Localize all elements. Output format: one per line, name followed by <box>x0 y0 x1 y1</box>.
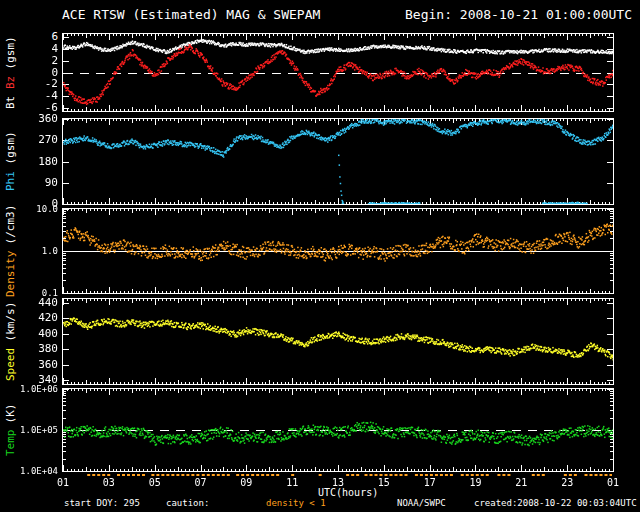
panel-phi: Phi (gsm) <box>0 118 640 205</box>
y-tick-label: 1.0E+04 <box>0 465 58 477</box>
panel-bt-bz: Bt Bz (gsm) <box>0 33 640 112</box>
temp-plot-canvas <box>62 388 614 472</box>
caution-value: density < 1 <box>266 498 326 508</box>
start-doy-text: start DOY: 295 <box>64 498 140 508</box>
x-tick-label: 07 <box>189 477 213 488</box>
y-tick-label: 1.0E+06 <box>0 383 58 395</box>
speed-plot-canvas <box>62 298 614 385</box>
y-tick-label: 1.0 <box>0 245 58 257</box>
y-tick-label: 1.0E+05 <box>0 424 58 436</box>
y-tick-label: 2 <box>0 55 58 67</box>
y-tick-label: 360 <box>0 359 58 371</box>
y-tick-label: 360 <box>0 113 58 125</box>
panel-speed: Speed (km/s) <box>0 298 640 385</box>
x-tick-label: 05 <box>143 477 167 488</box>
y-tick-label: 90 <box>0 177 58 189</box>
y-tick-label: 420 <box>0 312 58 324</box>
x-axis-title: UTC(hours) <box>318 487 378 498</box>
x-tick-label: 19 <box>464 477 488 488</box>
x-tick-label: 01 <box>51 477 75 488</box>
x-tick-label: 03 <box>97 477 121 488</box>
y-tick-label: 180 <box>0 156 58 168</box>
plot-title: ACE RTSW (Estimated) MAG & SWEPAM <box>62 7 320 22</box>
y-tick-label: 6 <box>0 31 58 43</box>
x-tick-label: 21 <box>509 477 533 488</box>
panel-temp: Temp (K) <box>0 388 640 472</box>
caution-label: caution: <box>166 498 209 508</box>
y-tick-label: 380 <box>0 343 58 355</box>
x-tick-label: 17 <box>418 477 442 488</box>
density-plot-canvas <box>62 208 614 294</box>
x-tick-label: 09 <box>234 477 258 488</box>
x-tick-label: 01 <box>601 477 625 488</box>
x-tick-label: 23 <box>555 477 579 488</box>
x-tick-label: 15 <box>372 477 396 488</box>
ace-rtsw-plot: ACE RTSW (Estimated) MAG & SWEPAM Begin:… <box>0 0 640 512</box>
x-tick-label: 13 <box>326 477 350 488</box>
y-tick-label: 270 <box>0 134 58 146</box>
x-tick-label: 11 <box>280 477 304 488</box>
created-timestamp: created:2008-10-22 00:03:04UTC <box>474 498 637 508</box>
panel-density: Density (/cm3) <box>0 208 640 294</box>
agency-credit: NOAA/SWPC <box>397 498 446 508</box>
y-axis-label-speed: Speed (km/s) <box>2 298 18 385</box>
begin-timestamp: Begin: 2008-10-21 01:00:00UTC <box>405 7 632 22</box>
y-tick-label: 4 <box>0 43 58 55</box>
phi-plot-canvas <box>62 118 614 205</box>
y-tick-label: 400 <box>0 328 58 340</box>
y-tick-label: 10.0 <box>0 203 58 215</box>
bt-bz-plot-canvas <box>62 33 614 112</box>
y-tick-label: 440 <box>0 297 58 309</box>
